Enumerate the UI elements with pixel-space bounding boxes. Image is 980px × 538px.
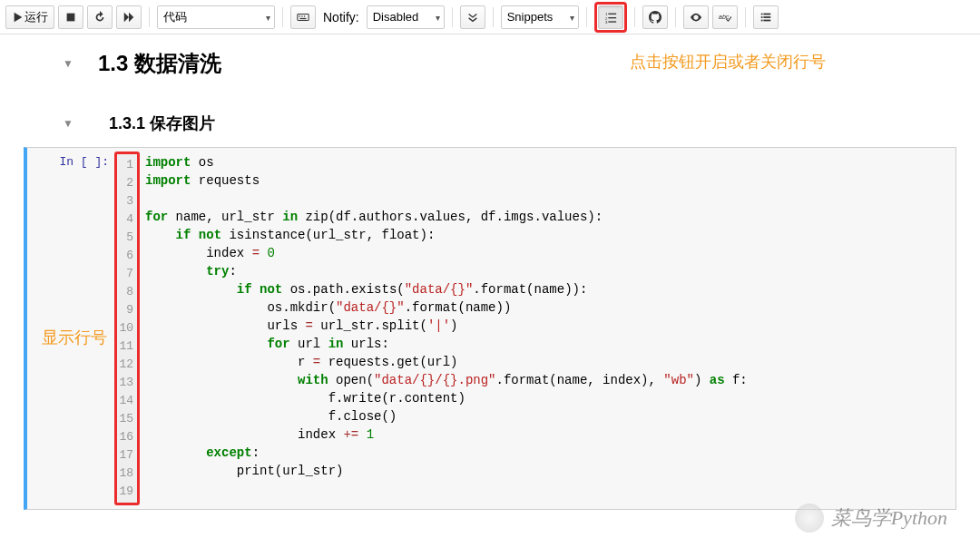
svg-text:abc: abc — [719, 14, 730, 20]
github-icon — [649, 11, 662, 24]
line-number-gutter: 12345678910111213141516171819 — [114, 152, 140, 505]
keyboard-button[interactable] — [290, 5, 316, 29]
separator — [282, 7, 283, 27]
line-number: 16 — [117, 428, 133, 446]
line-number: 8 — [117, 283, 133, 301]
svg-rect-20 — [763, 16, 770, 18]
svg-rect-22 — [763, 19, 770, 21]
double-down-button[interactable] — [460, 5, 485, 29]
spellcheck-icon: abc — [719, 11, 731, 24]
heading-row-1: ▼ 1.3 数据清洗 — [0, 47, 980, 80]
notify-select[interactable]: Disabled — [367, 5, 445, 29]
line-number: 6 — [117, 247, 133, 265]
line-numbers-highlight-box: 123 — [594, 2, 627, 33]
svg-rect-8 — [304, 15, 305, 16]
collapse-toggle[interactable]: ▼ — [54, 57, 82, 70]
heading-row-2: ▼ 1.3.1 保存图片 — [0, 111, 980, 136]
svg-rect-18 — [763, 13, 770, 15]
svg-rect-9 — [300, 17, 307, 18]
snippets-select[interactable]: Snippets — [501, 5, 579, 29]
line-number: 4 — [117, 210, 133, 229]
restart-button[interactable] — [87, 5, 113, 29]
eye-icon — [690, 11, 702, 24]
separator — [586, 7, 587, 27]
svg-rect-1 — [67, 13, 75, 21]
list-numbered-icon: 123 — [604, 11, 617, 24]
svg-marker-0 — [15, 12, 23, 22]
double-chevron-down-icon — [466, 11, 479, 24]
code-cell[interactable]: In [ ]: 12345678910111213141516171819 im… — [24, 147, 956, 510]
list-icon — [760, 11, 772, 24]
line-number: 19 — [117, 483, 133, 501]
run-all-button[interactable] — [116, 5, 142, 29]
svg-marker-2 — [100, 11, 103, 17]
toggle-line-numbers-button[interactable]: 123 — [598, 5, 623, 29]
separator — [452, 7, 453, 27]
toolbar: 运行 代码 Notify: Disabled Snippets 123 — [0, 0, 980, 34]
subsection-heading: 1.3.1 保存图片 — [109, 112, 215, 134]
line-number: 1 — [117, 156, 133, 174]
line-number: 10 — [117, 319, 133, 337]
annotation-toggle-hint: 点击按钮开启或者关闭行号 — [630, 51, 826, 73]
separator — [675, 7, 676, 27]
line-number: 15 — [117, 410, 133, 428]
play-icon — [12, 11, 24, 24]
svg-rect-13 — [608, 17, 616, 18]
annotation-gutter-hint: 显示行号 — [42, 327, 107, 348]
cell-type-select[interactable]: 代码 — [157, 5, 275, 29]
svg-rect-11 — [608, 13, 616, 14]
preview-button[interactable] — [683, 5, 709, 29]
restart-icon — [93, 11, 106, 24]
collapse-toggle[interactable]: ▼ — [54, 117, 82, 130]
stop-button[interactable] — [58, 5, 83, 29]
line-number: 18 — [117, 465, 133, 483]
fast-forward-icon — [122, 11, 135, 24]
svg-rect-6 — [299, 15, 300, 16]
line-number: 7 — [117, 265, 133, 283]
notebook-area: ▼ 1.3 数据清洗 ▼ 1.3.1 保存图片 In [ ]: 12345678… — [0, 34, 980, 510]
svg-marker-3 — [124, 12, 129, 22]
svg-rect-5 — [298, 14, 309, 20]
code-content[interactable]: import osimport requests for name, url_s… — [140, 152, 956, 505]
line-number: 2 — [117, 174, 133, 192]
snippets-select-wrap: Snippets — [501, 5, 579, 29]
run-button-label: 运行 — [24, 9, 48, 25]
code-editor[interactable]: 12345678910111213141516171819 import osi… — [114, 148, 956, 509]
svg-rect-7 — [301, 15, 302, 16]
separator — [493, 7, 494, 27]
separator — [149, 7, 150, 27]
separator — [745, 7, 746, 27]
svg-rect-15 — [608, 21, 616, 22]
line-number: 12 — [117, 356, 133, 374]
svg-rect-19 — [760, 16, 762, 18]
line-number: 5 — [117, 229, 133, 247]
line-number: 11 — [117, 337, 133, 356]
keyboard-icon — [297, 11, 309, 24]
line-number: 9 — [117, 301, 133, 319]
notify-select-wrap: Disabled — [367, 5, 445, 29]
line-number: 14 — [117, 392, 133, 410]
spellcheck-button[interactable]: abc — [712, 5, 738, 29]
run-button[interactable]: 运行 — [5, 5, 54, 29]
wechat-icon — [795, 504, 824, 533]
line-number: 13 — [117, 374, 133, 392]
section-heading: 1.3 数据清洗 — [98, 49, 221, 78]
watermark-text: 菜鸟学Python — [831, 504, 947, 532]
svg-rect-21 — [760, 19, 762, 21]
toc-button[interactable] — [753, 5, 779, 29]
watermark: 菜鸟学Python — [795, 504, 947, 533]
separator — [634, 7, 635, 27]
cell-type-select-wrap: 代码 — [157, 5, 275, 29]
line-number: 17 — [117, 446, 133, 465]
github-button[interactable] — [642, 5, 668, 29]
notify-label: Notify: — [323, 10, 359, 24]
line-number: 3 — [117, 192, 133, 210]
stop-icon — [64, 11, 77, 24]
svg-text:3: 3 — [605, 20, 608, 24]
svg-marker-4 — [129, 12, 133, 22]
svg-rect-17 — [760, 13, 762, 15]
